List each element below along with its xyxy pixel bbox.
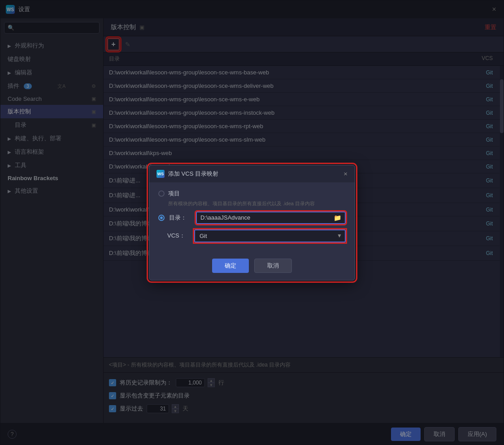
add-vcs-dialog: WS 添加 VCS 目录映射 × 项目 所有模块的内容根、项目基目录的所有直接后… — [149, 165, 355, 281]
vcs-select[interactable]: Git Subversion Mercurial CVS — [194, 229, 346, 242]
dir-radio-row — [158, 215, 165, 221]
dialog-title: 添加 VCS 目录映射 — [168, 170, 340, 178]
vcs-select-wrap: Git Subversion Mercurial CVS ▼ — [194, 229, 346, 242]
vcs-field-label: VCS： — [167, 232, 190, 240]
folder-icon[interactable]: 📁 — [334, 214, 341, 221]
dir-field-label: 目录： — [169, 214, 191, 222]
dialog-app-icon: WS — [156, 170, 165, 178]
dialog-close-button[interactable]: × — [343, 170, 348, 177]
dialog-cancel-button[interactable]: 取消 — [254, 259, 292, 273]
project-radio[interactable] — [158, 190, 165, 197]
dir-field-wrap: 📁 — [196, 212, 346, 224]
dir-field-input[interactable] — [200, 214, 332, 221]
dir-radio[interactable] — [158, 215, 165, 221]
project-radio-row: 项目 — [158, 190, 346, 198]
project-radio-label: 项目 — [168, 190, 180, 198]
dialog-overlay: WS 添加 VCS 目录映射 × 项目 所有模块的内容根、项目基目录的所有直接后… — [0, 0, 504, 445]
dialog-title-bar: WS 添加 VCS 目录映射 × — [149, 165, 355, 182]
dir-field-row: 目录： 📁 — [158, 212, 346, 224]
project-hint: 所有模块的内容根、项目基目录的所有直接后代以及 .idea 目录内容 — [158, 200, 346, 207]
main-window: WS 设置 × 🔍 ▶ 外观和行为 键盘映射 ▶ 编辑器 — [0, 0, 504, 445]
dialog-footer: 确定 取消 — [149, 257, 355, 280]
dialog-body: 项目 所有模块的内容根、项目基目录的所有直接后代以及 .idea 目录内容 目录… — [149, 182, 355, 257]
vcs-field-row: VCS： Git Subversion Mercurial CVS ▼ — [158, 229, 346, 242]
dialog-ok-button[interactable]: 确定 — [212, 259, 249, 273]
